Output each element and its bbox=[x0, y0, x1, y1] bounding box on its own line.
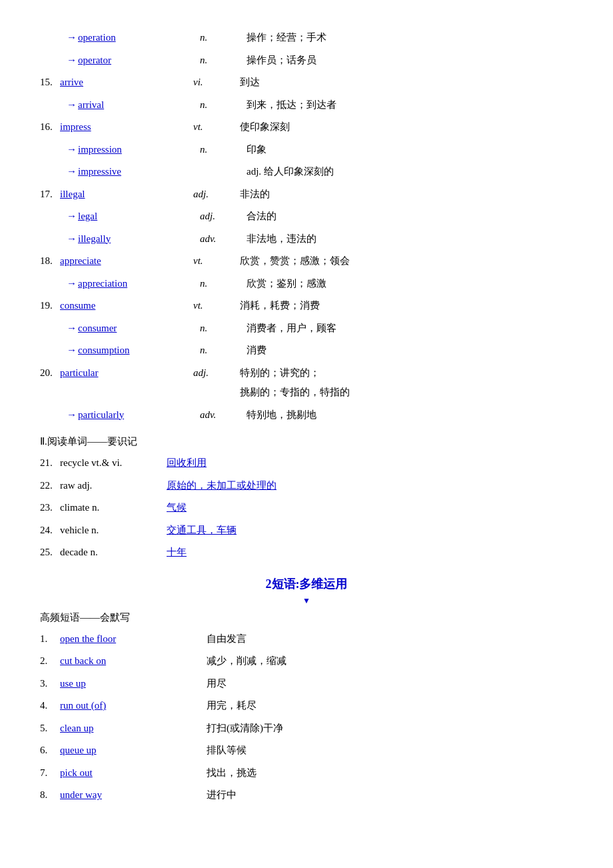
phrase-link[interactable]: pick out bbox=[60, 767, 93, 778]
word-link[interactable]: consumption bbox=[78, 345, 130, 355]
arrow-icon: → bbox=[67, 144, 77, 155]
reading-word: decade n. bbox=[60, 544, 167, 561]
phrase-link[interactable]: run out (of) bbox=[60, 700, 106, 711]
vocab-row-impress: 16. impress vt. 使印象深刻 bbox=[40, 116, 573, 139]
vocab-row-arrival: →arrival n. 到来，抵达；到达者 bbox=[40, 94, 573, 117]
vocab-row-consumer: →consumer n. 消费者，用户，顾客 bbox=[40, 317, 573, 340]
entry-pos: n. bbox=[200, 342, 247, 359]
word-link[interactable]: appreciate bbox=[60, 255, 101, 266]
entry-meaning: 使印象深刻 bbox=[240, 119, 573, 136]
vocab-row-impressive: →impressive adj. 给人印象深刻的 bbox=[40, 161, 573, 183]
reading-word: vehicle n. bbox=[60, 522, 167, 539]
reading-row-climate: 23. climate n. 气候 bbox=[40, 497, 573, 519]
phrase-link[interactable]: clean up bbox=[60, 723, 93, 733]
word-link[interactable]: operation bbox=[78, 32, 116, 43]
arrow-icon: → bbox=[67, 233, 77, 244]
entry-word: →consumption bbox=[67, 342, 200, 359]
reading-num: 25. bbox=[40, 544, 60, 561]
phrase-subtitle: 高频短语——会默写 bbox=[40, 611, 573, 624]
vocab-row-illegally: →illegally adv. 非法地，违法的 bbox=[40, 228, 573, 251]
vocab-row-appreciation: →appreciation n. 欣赏；鉴别；感激 bbox=[40, 273, 573, 295]
word-link[interactable]: particularly bbox=[78, 409, 124, 420]
entry-meaning: 欣赏，赞赏；感激；领会 bbox=[240, 253, 573, 270]
entry-pos: vi. bbox=[193, 74, 240, 91]
reading-row-recycle: 21. recycle vt.& vi. 回收利用 bbox=[40, 452, 573, 475]
reading-num: 24. bbox=[40, 522, 60, 539]
entry-word: →appreciation bbox=[67, 275, 200, 293]
entry-pos: n. bbox=[200, 97, 247, 114]
word-link[interactable]: arrive bbox=[60, 77, 83, 87]
phrase-link[interactable]: open the floor bbox=[60, 633, 116, 644]
phrase-row-6: 6. queue up 排队等候 bbox=[40, 739, 573, 762]
entry-word: arrive bbox=[60, 74, 193, 91]
vocab-row-legal: →legal adj. 合法的 bbox=[40, 205, 573, 228]
word-link[interactable]: particular bbox=[60, 367, 98, 378]
entry-num: 18. bbox=[40, 253, 60, 270]
vocab-row-particular: 20. particular adj. 特别的；讲究的； bbox=[40, 362, 573, 385]
reading-cn: 气候 bbox=[167, 499, 573, 517]
reading-word: recycle vt.& vi. bbox=[60, 455, 167, 472]
arrow-icon: → bbox=[67, 409, 77, 420]
word-link[interactable]: impress bbox=[60, 121, 91, 132]
phrase-link[interactable]: queue up bbox=[60, 745, 97, 755]
arrow-icon: → bbox=[67, 99, 77, 110]
phrase-num: 8. bbox=[40, 787, 60, 804]
word-link[interactable]: illegal bbox=[60, 189, 85, 199]
reading-num: 22. bbox=[40, 477, 60, 495]
entry-meaning: 消费者，用户，顾客 bbox=[247, 320, 573, 337]
reading-row-vehicle: 24. vehicle n. 交通工具，车辆 bbox=[40, 519, 573, 542]
entry-meaning: 消费 bbox=[247, 342, 573, 359]
entry-word: →illegally bbox=[67, 231, 200, 248]
vocab-row-arrive: 15. arrive vi. 到达 bbox=[40, 71, 573, 94]
phrase-en: clean up bbox=[60, 720, 207, 737]
phrase-cn: 进行中 bbox=[207, 787, 573, 804]
phrase-en: cut back on bbox=[60, 653, 207, 670]
phrase-list: 1. open the floor 自由发言 2. cut back on 减少… bbox=[40, 628, 573, 807]
entry-meaning: 合法的 bbox=[247, 208, 573, 225]
entry-meaning: 到达 bbox=[240, 74, 573, 91]
phrase-num: 4. bbox=[40, 697, 60, 715]
entry-word: →operator bbox=[67, 52, 200, 69]
entry-word: →consumer bbox=[67, 320, 200, 337]
reading-word: raw adj. bbox=[60, 477, 167, 495]
vocab-row-consume: 19. consume vt. 消耗，耗费；消费 bbox=[40, 295, 573, 317]
entry-pos: vt. bbox=[193, 253, 240, 270]
word-link[interactable]: arrival bbox=[78, 99, 104, 110]
word-link[interactable]: operator bbox=[78, 55, 111, 65]
entry-num: 20. bbox=[40, 365, 60, 382]
phrase-en: use up bbox=[60, 675, 207, 693]
phrase-num: 6. bbox=[40, 742, 60, 759]
entry-pos: adj. bbox=[193, 365, 240, 382]
arrow-icon: → bbox=[67, 345, 77, 355]
entry-meaning: 非法地，违法的 bbox=[247, 231, 573, 248]
vocab-row-appreciate: 18. appreciate vt. 欣赏，赞赏；感激；领会 bbox=[40, 250, 573, 273]
phrase-link[interactable]: cut back on bbox=[60, 655, 106, 666]
entry-pos: n. bbox=[200, 52, 247, 69]
phrase-en: pick out bbox=[60, 765, 207, 782]
phrase-row-8: 8. under way 进行中 bbox=[40, 784, 573, 807]
reading-row-decade: 25. decade n. 十年 bbox=[40, 541, 573, 564]
reading-num: 23. bbox=[40, 499, 60, 517]
entry-pos: adv. bbox=[200, 407, 247, 424]
word-link[interactable]: consume bbox=[60, 300, 95, 311]
word-link[interactable]: consumer bbox=[78, 323, 117, 333]
word-link[interactable]: legal bbox=[78, 211, 97, 221]
word-link[interactable]: appreciation bbox=[78, 278, 127, 289]
reading-cn: 原始的，未加工或处理的 bbox=[167, 477, 573, 495]
entry-word: impress bbox=[60, 119, 193, 136]
phrase-cn: 用尽 bbox=[207, 675, 573, 693]
phrase-cn: 排队等候 bbox=[207, 742, 573, 759]
phrase-link[interactable]: under way bbox=[60, 789, 102, 800]
word-link[interactable]: impression bbox=[78, 144, 122, 155]
arrow-icon: → bbox=[67, 32, 77, 43]
arrow-icon: → bbox=[67, 211, 77, 221]
vocab-row-operation: →operation n. 操作；经营；手术 bbox=[40, 27, 573, 49]
entry-word: →particularly bbox=[67, 407, 200, 424]
phrase-num: 2. bbox=[40, 653, 60, 670]
phrase-link[interactable]: use up bbox=[60, 678, 86, 689]
phrase-row-1: 1. open the floor 自由发言 bbox=[40, 628, 573, 651]
entry-pos: n. bbox=[200, 29, 247, 47]
word-link[interactable]: illegally bbox=[78, 233, 111, 244]
entry-meaning: 特别的；讲究的； bbox=[240, 365, 573, 382]
word-link[interactable]: impressive bbox=[78, 166, 121, 177]
